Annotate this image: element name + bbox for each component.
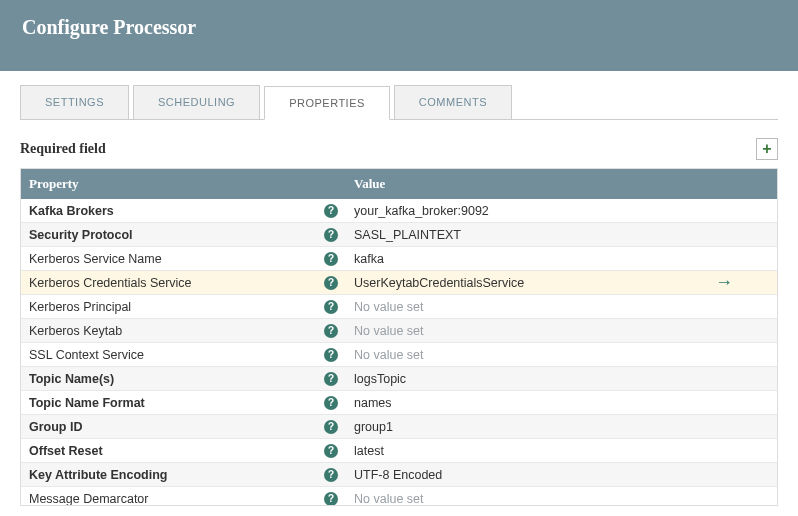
table-row[interactable]: Kerberos Keytab?No value set (21, 319, 777, 343)
help-icon[interactable]: ? (324, 372, 338, 386)
help-icon[interactable]: ? (324, 348, 338, 362)
help-icon[interactable]: ? (324, 276, 338, 290)
table-row[interactable]: Key Attribute Encoding?UTF-8 Encoded (21, 463, 777, 487)
table-row[interactable]: Security Protocol?SASL_PLAINTEXT (21, 223, 777, 247)
table-row[interactable]: Offset Reset?latest (21, 439, 777, 463)
property-name: Kerberos Principal (29, 300, 324, 314)
table-header: Property Value (21, 169, 777, 199)
property-value[interactable]: UserKeytabCredentialsService (346, 276, 697, 290)
help-icon[interactable]: ? (324, 300, 338, 314)
add-property-button[interactable]: + (756, 138, 778, 160)
column-header-value: Value (346, 176, 697, 192)
column-header-property: Property (21, 176, 346, 192)
property-value[interactable]: No value set (346, 300, 697, 314)
help-icon[interactable]: ? (324, 492, 338, 506)
help-icon[interactable]: ? (324, 252, 338, 266)
property-name: Kerberos Keytab (29, 324, 324, 338)
required-field-label: Required field (20, 141, 106, 157)
help-icon[interactable]: ? (324, 204, 338, 218)
property-value[interactable]: No value set (346, 492, 697, 506)
tab-comments[interactable]: COMMENTS (394, 85, 512, 119)
table-row[interactable]: Kerberos Principal?No value set (21, 295, 777, 319)
property-name: Message Demarcator (29, 492, 324, 506)
help-icon[interactable]: ? (324, 324, 338, 338)
tab-settings[interactable]: SETTINGS (20, 85, 129, 119)
help-icon[interactable]: ? (324, 444, 338, 458)
property-value[interactable]: your_kafka_broker:9092 (346, 204, 697, 218)
table-row[interactable]: SSL Context Service?No value set (21, 343, 777, 367)
property-name: Kerberos Service Name (29, 252, 324, 266)
property-name: Key Attribute Encoding (29, 468, 324, 482)
property-name: Kerberos Credentials Service (29, 276, 324, 290)
table-row[interactable]: Topic Name Format?names (21, 391, 777, 415)
help-icon[interactable]: ? (324, 228, 338, 242)
table-body-scroll[interactable]: Kafka Brokers?your_kafka_broker:9092Secu… (21, 199, 777, 505)
properties-table: Property Value Kafka Brokers?your_kafka_… (20, 168, 778, 506)
property-name: Topic Name Format (29, 396, 324, 410)
property-name: Security Protocol (29, 228, 324, 242)
property-value[interactable]: No value set (346, 348, 697, 362)
tab-scheduling[interactable]: SCHEDULING (133, 85, 260, 119)
tab-strip: SETTINGSSCHEDULINGPROPERTIESCOMMENTS (20, 85, 778, 120)
property-name: Kafka Brokers (29, 204, 324, 218)
table-row[interactable]: Group ID?group1 (21, 415, 777, 439)
table-row[interactable]: Topic Name(s)?logsTopic (21, 367, 777, 391)
goto-service-icon[interactable]: → (715, 272, 733, 293)
table-row[interactable]: Kafka Brokers?your_kafka_broker:9092 (21, 199, 777, 223)
property-value[interactable]: UTF-8 Encoded (346, 468, 697, 482)
property-name: Group ID (29, 420, 324, 434)
property-value[interactable]: group1 (346, 420, 697, 434)
property-name: Topic Name(s) (29, 372, 324, 386)
help-icon[interactable]: ? (324, 396, 338, 410)
property-value[interactable]: names (346, 396, 697, 410)
property-value[interactable]: latest (346, 444, 697, 458)
table-row[interactable]: Message Demarcator?No value set (21, 487, 777, 505)
property-value[interactable]: No value set (346, 324, 697, 338)
table-row[interactable]: Kerberos Credentials Service?UserKeytabC… (21, 271, 777, 295)
property-value[interactable]: kafka (346, 252, 697, 266)
help-icon[interactable]: ? (324, 420, 338, 434)
property-value[interactable]: SASL_PLAINTEXT (346, 228, 697, 242)
table-row[interactable]: Kerberos Service Name?kafka (21, 247, 777, 271)
property-name: SSL Context Service (29, 348, 324, 362)
property-value[interactable]: logsTopic (346, 372, 697, 386)
dialog-title: Configure Processor (0, 0, 798, 71)
tab-properties[interactable]: PROPERTIES (264, 86, 390, 120)
help-icon[interactable]: ? (324, 468, 338, 482)
property-name: Offset Reset (29, 444, 324, 458)
